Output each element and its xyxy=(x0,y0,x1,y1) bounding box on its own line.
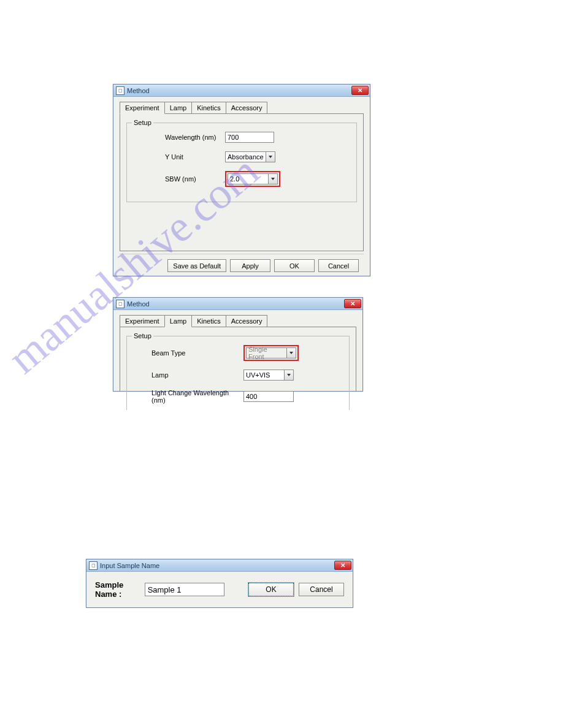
group-title: Setup xyxy=(132,119,153,126)
highlight-box: 2.0 xyxy=(225,171,280,187)
group-title: Setup xyxy=(132,332,153,339)
titlebar[interactable]: ◻ Method ✕ xyxy=(113,298,362,310)
highlight-box: Single Front xyxy=(243,345,299,361)
sample-name-dialog: ◻ Input Sample Name ✕ Sample Name : OK C… xyxy=(86,559,353,608)
tab-kinetics[interactable]: Kinetics xyxy=(191,315,226,327)
yunit-value: Absorbance xyxy=(226,153,266,161)
wavelength-input[interactable] xyxy=(225,132,274,143)
window-title: Method xyxy=(127,87,351,94)
wavelength-label: Wavelength (nm) xyxy=(133,134,225,141)
method-dialog-experiment: ◻ Method ✕ Experiment Lamp Kinetics Acce… xyxy=(113,84,370,276)
yunit-label: Y Unit xyxy=(133,153,225,161)
tabstrip: Experiment Lamp Kinetics Accessory xyxy=(120,315,356,327)
window-title: Method xyxy=(127,300,344,308)
app-icon: ◻ xyxy=(89,561,98,570)
client-area: Sample Name : OK Cancel xyxy=(86,572,353,607)
ok-button[interactable]: OK xyxy=(248,583,294,596)
method-dialog-lamp: ◻ Method ✕ Experiment Lamp Kinetics Acce… xyxy=(113,297,363,392)
setup-group: Setup Wavelength (nm) Y Unit Absorbance … xyxy=(126,123,357,202)
cancel-button[interactable]: Cancel xyxy=(318,259,359,272)
tab-accessory[interactable]: Accessory xyxy=(226,102,268,113)
window-title: Input Sample Name xyxy=(100,562,334,569)
sample-name-label: Sample Name : xyxy=(95,580,140,599)
client-area: Experiment Lamp Kinetics Accessory Setup… xyxy=(113,310,362,391)
app-icon: ◻ xyxy=(116,86,124,95)
chevron-down-icon xyxy=(286,348,296,358)
tab-page: Setup Beam Type Single Front Lamp UV+VIS xyxy=(120,327,356,391)
tab-page: Setup Wavelength (nm) Y Unit Absorbance … xyxy=(120,113,364,251)
yunit-combo[interactable]: Absorbance xyxy=(225,151,275,162)
apply-button[interactable]: Apply xyxy=(230,259,270,272)
tab-experiment[interactable]: Experiment xyxy=(120,315,165,327)
titlebar[interactable]: ◻ Input Sample Name ✕ xyxy=(86,559,353,572)
lamp-combo[interactable]: UV+VIS xyxy=(243,370,294,381)
sbw-combo[interactable]: 2.0 xyxy=(228,173,278,184)
setup-group: Setup Beam Type Single Front Lamp UV+VIS xyxy=(126,336,350,410)
app-icon: ◻ xyxy=(116,300,124,308)
close-icon[interactable]: ✕ xyxy=(344,299,361,308)
lamp-label: Lamp xyxy=(133,371,243,379)
close-icon[interactable]: ✕ xyxy=(351,86,369,95)
lcw-input[interactable] xyxy=(243,391,294,402)
cancel-button[interactable]: Cancel xyxy=(299,583,344,596)
sbw-label: SBW (nm) xyxy=(133,175,225,183)
client-area: Experiment Lamp Kinetics Accessory Setup… xyxy=(113,97,370,276)
titlebar[interactable]: ◻ Method ✕ xyxy=(113,85,370,97)
tab-lamp[interactable]: Lamp xyxy=(164,102,193,113)
sample-name-input[interactable] xyxy=(145,583,224,596)
chevron-down-icon[interactable] xyxy=(266,152,275,162)
beam-value: Single Front xyxy=(247,346,286,360)
beam-label: Beam Type xyxy=(133,349,243,357)
tab-experiment[interactable]: Experiment xyxy=(120,102,165,114)
ok-button[interactable]: OK xyxy=(274,259,315,272)
save-default-button[interactable]: Save as Default xyxy=(167,259,226,272)
tab-accessory[interactable]: Accessory xyxy=(226,315,268,327)
tab-lamp[interactable]: Lamp xyxy=(164,315,193,327)
tabstrip: Experiment Lamp Kinetics Accessory xyxy=(120,102,364,113)
beam-combo: Single Front xyxy=(246,347,296,358)
chevron-down-icon[interactable] xyxy=(268,174,277,184)
chevron-down-icon[interactable] xyxy=(284,370,293,380)
sbw-value: 2.0 xyxy=(228,175,268,183)
button-row: Save as Default Apply OK Cancel xyxy=(120,254,364,273)
lamp-value: UV+VIS xyxy=(244,371,284,379)
close-icon[interactable]: ✕ xyxy=(334,561,351,570)
lcw-label: Light Change Wavelength (nm) xyxy=(133,389,243,404)
tab-kinetics[interactable]: Kinetics xyxy=(191,102,226,113)
